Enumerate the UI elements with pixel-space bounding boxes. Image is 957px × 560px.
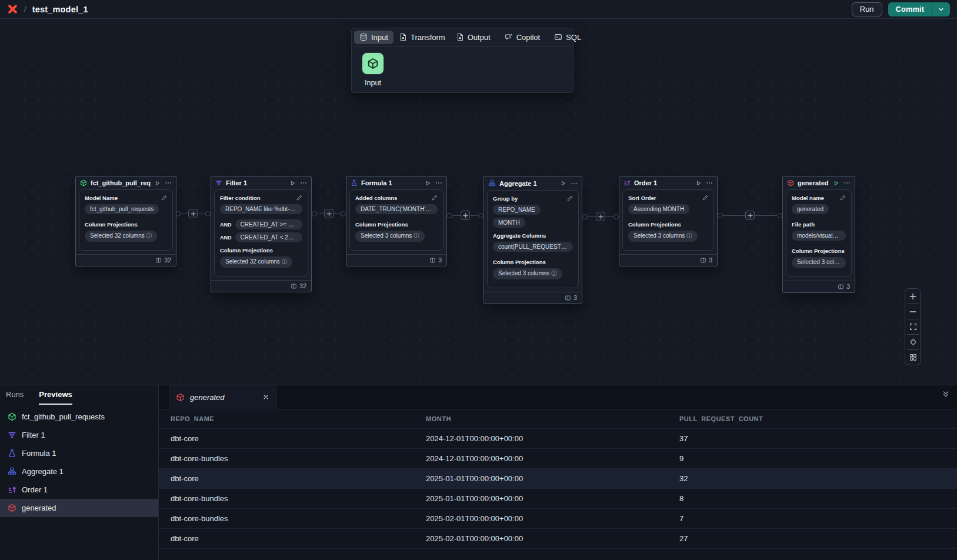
- table-row[interactable]: dbt-core-bundles 2025-01-01T00:00:00+00:…: [159, 489, 957, 509]
- ellipsis-icon[interactable]: [300, 179, 307, 186]
- add-step-button[interactable]: [596, 212, 605, 221]
- aggregate-columns-pill[interactable]: count(PULL_REQUEST_NUMBER) as …: [493, 242, 573, 252]
- dag-canvas[interactable]: Input Transform Output: [0, 19, 957, 385]
- node-generated[interactable]: generated Model name generated File path…: [782, 176, 855, 293]
- added-columns-pill[interactable]: DATE_TRUNC('MONTH', CREATED_AT…: [355, 204, 438, 214]
- input-port[interactable]: [777, 213, 782, 218]
- model-name-pill[interactable]: generated: [792, 204, 829, 214]
- column-projections-pill[interactable]: Selected 3 columnsⓘ: [493, 268, 562, 279]
- input-port[interactable]: [341, 211, 346, 216]
- sidebar-item-aggregate-1[interactable]: Aggregate 1: [0, 462, 158, 481]
- tab-sql[interactable]: SQL: [549, 31, 586, 44]
- play-icon[interactable]: [833, 180, 839, 186]
- zoom-in-button[interactable]: [905, 289, 921, 304]
- zoom-out-button[interactable]: [905, 304, 921, 319]
- add-step-button[interactable]: [745, 211, 755, 220]
- column-header[interactable]: MONTH: [426, 415, 679, 422]
- close-icon[interactable]: [262, 394, 269, 401]
- node-fct-github-pull-requests[interactable]: fct_github_pull_requests Model Name fct_…: [75, 176, 176, 266]
- field-label: Model name: [792, 195, 846, 201]
- sidebar-item-formula-1[interactable]: Formula 1: [0, 444, 158, 462]
- and-operator: AND: [220, 222, 232, 228]
- column-projections-pill[interactable]: Selected 32 columnsⓘ: [85, 231, 157, 242]
- info-icon: ⓘ: [551, 270, 557, 276]
- output-port[interactable]: [447, 213, 452, 218]
- palette-input-node[interactable]: Input: [360, 52, 386, 87]
- table-row[interactable]: dbt-core-bundles 2025-02-01T00:00:00+00:…: [159, 509, 957, 529]
- model-name-pill[interactable]: fct_github_pull_requests: [85, 204, 159, 214]
- cell-month: 2025-02-01T00:00:00+00:00: [426, 534, 679, 543]
- filter-condition-pill[interactable]: CREATED_AT >= 2024-12-01: [235, 219, 303, 229]
- tab-output[interactable]: Output: [451, 31, 496, 44]
- input-node-chip[interactable]: [362, 52, 384, 75]
- output-port[interactable]: [312, 211, 317, 216]
- column-projections-pill[interactable]: Selected 3 columnsⓘ: [628, 231, 698, 242]
- ellipsis-icon[interactable]: [571, 180, 578, 187]
- copilot-icon: [505, 33, 513, 41]
- column-projections-pill[interactable]: Selected 3 columnsⓘ: [355, 231, 425, 242]
- input-port[interactable]: [478, 213, 483, 218]
- tab-runs[interactable]: Runs: [6, 385, 24, 405]
- node-filter-1[interactable]: Filter 1 Filter condition REPO_NAME like…: [211, 176, 312, 292]
- input-port[interactable]: [613, 214, 619, 219]
- pencil-icon[interactable]: [431, 194, 438, 201]
- filter-condition-pill[interactable]: REPO_NAME like %dbt-core%: [220, 204, 302, 214]
- sort-order-pill[interactable]: Ascending MONTH: [628, 204, 689, 214]
- column-projections-pill[interactable]: Selected 32 columnsⓘ: [220, 256, 292, 268]
- table-row[interactable]: dbt-core 2024-12-01T00:00:00+00:00 37: [159, 429, 957, 449]
- sidebar-item-filter-1[interactable]: Filter 1: [0, 426, 158, 444]
- commit-dropdown-button[interactable]: [932, 2, 950, 16]
- node-order-1[interactable]: Order 1 Sort Order Ascending MONTH Colum…: [619, 176, 718, 266]
- locate-button[interactable]: [905, 335, 921, 349]
- pencil-icon[interactable]: [839, 194, 846, 201]
- field-label: Group by: [493, 195, 573, 202]
- play-icon[interactable]: [289, 180, 296, 186]
- group-by-pill[interactable]: MONTH: [493, 218, 525, 228]
- table-row[interactable]: dbt-core 2025-02-01T00:00:00+00:00 27: [159, 529, 957, 549]
- play-icon[interactable]: [154, 180, 161, 186]
- file-path-pill[interactable]: models/visual_editor: [792, 231, 846, 241]
- preview-tab-generated[interactable]: generated: [169, 385, 276, 409]
- double-chevron-down-icon[interactable]: [942, 390, 950, 398]
- node-aggregate-1[interactable]: Aggregate 1 Group by REPO_NAME MONTH Agg…: [483, 176, 582, 304]
- table-row[interactable]: dbt-core 2025-01-01T00:00:00+00:00 32: [159, 469, 957, 489]
- sidebar-item-generated[interactable]: generated: [0, 499, 158, 517]
- ellipsis-icon[interactable]: [435, 179, 442, 186]
- edge-connector: [175, 208, 211, 219]
- play-icon[interactable]: [560, 180, 566, 186]
- run-button[interactable]: Run: [852, 2, 882, 16]
- pencil-icon[interactable]: [161, 194, 168, 201]
- ellipsis-icon[interactable]: [706, 179, 713, 186]
- play-icon[interactable]: [695, 180, 702, 186]
- column-header[interactable]: REPO_NAME: [171, 415, 426, 422]
- pencil-icon[interactable]: [566, 195, 573, 202]
- output-port[interactable]: [582, 214, 588, 219]
- filter-condition-pill[interactable]: CREATED_AT < 2025-03-01: [235, 232, 303, 242]
- tab-input[interactable]: Input: [354, 31, 394, 44]
- pencil-icon[interactable]: [702, 194, 709, 201]
- cube-icon: [787, 179, 794, 186]
- add-step-button[interactable]: [188, 209, 198, 218]
- sidebar-item-fct-github-pull-requests[interactable]: fct_github_pull_requests: [0, 408, 158, 426]
- tab-previews[interactable]: Previews: [39, 385, 72, 405]
- tab-copilot[interactable]: Copilot: [499, 31, 545, 44]
- layout-grid-button[interactable]: [905, 350, 921, 365]
- ellipsis-icon[interactable]: [165, 179, 172, 186]
- group-by-pill[interactable]: REPO_NAME: [493, 205, 541, 215]
- play-icon[interactable]: [425, 180, 431, 186]
- input-port[interactable]: [205, 211, 211, 216]
- column-header[interactable]: PULL_REQUEST_COUNT: [679, 415, 957, 422]
- output-port[interactable]: [718, 213, 723, 218]
- column-projections-pill[interactable]: Selected 3 columnsⓘ: [792, 257, 846, 268]
- node-formula-1[interactable]: Formula 1 Added columns DATE_TRUNC('MONT…: [346, 176, 447, 266]
- sidebar-item-order-1[interactable]: Order 1: [0, 481, 158, 499]
- table-row[interactable]: dbt-core-bundles 2024-12-01T00:00:00+00:…: [159, 449, 957, 469]
- add-step-button[interactable]: [324, 209, 334, 218]
- tab-transform[interactable]: Transform: [394, 31, 451, 44]
- ellipsis-icon[interactable]: [843, 179, 851, 186]
- commit-button[interactable]: Commit: [888, 2, 932, 16]
- fit-view-button[interactable]: [905, 319, 921, 334]
- pencil-icon[interactable]: [296, 194, 303, 201]
- add-step-button[interactable]: [461, 211, 470, 220]
- dbt-logo-icon[interactable]: [7, 4, 18, 15]
